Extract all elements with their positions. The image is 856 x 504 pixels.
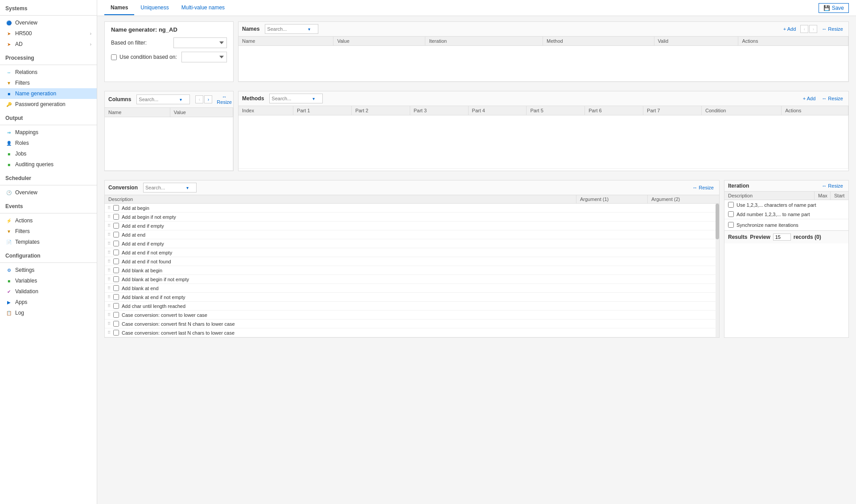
conversion-item[interactable]: ⠿ Add at begin if not empty bbox=[105, 213, 719, 221]
methods-col-part1: Part 1 bbox=[293, 106, 352, 115]
conversion-item[interactable]: ⠿ Add blank at end bbox=[105, 284, 719, 293]
tab-names[interactable]: Names bbox=[104, 1, 134, 15]
names-next-button[interactable]: › bbox=[809, 25, 817, 33]
use-condition-select[interactable] bbox=[181, 52, 227, 62]
sidebar-item-overview-systems[interactable]: 🔵 Overview bbox=[0, 17, 97, 28]
conversion-item[interactable]: ⠿ Add at begin bbox=[105, 204, 719, 213]
filter-icon: ▼ bbox=[5, 79, 12, 86]
conv-item-checkbox[interactable] bbox=[113, 267, 119, 273]
conversion-item[interactable]: ⠿ Add blank at begin if not empty bbox=[105, 275, 719, 284]
columns-resize-button[interactable]: ↔ Resize bbox=[215, 94, 234, 105]
names-search-dropdown-icon[interactable]: ▾ bbox=[308, 27, 310, 32]
names-col-name: Name bbox=[239, 37, 333, 46]
conv-item-checkbox[interactable] bbox=[113, 312, 119, 318]
use-condition-checkbox[interactable] bbox=[111, 54, 117, 60]
sidebar-item-relations[interactable]: ↔ Relations bbox=[0, 67, 97, 78]
conv-item-checkbox[interactable] bbox=[113, 241, 119, 246]
sidebar-item-actions[interactable]: ⚡ Actions bbox=[0, 215, 97, 226]
conversion-resize-button[interactable]: ↔ Resize bbox=[691, 184, 716, 191]
sidebar-item-log[interactable]: 📋 Log bbox=[0, 307, 97, 318]
columns-search-box[interactable]: ▾ bbox=[136, 94, 190, 104]
methods-search-input[interactable] bbox=[272, 96, 312, 101]
conversion-search-input[interactable] bbox=[145, 185, 185, 190]
iteration-title: Iteration bbox=[728, 183, 749, 189]
conversion-item[interactable]: ⠿ Add at end if not empty bbox=[105, 248, 719, 257]
sidebar-item-settings[interactable]: ⚙ Settings bbox=[0, 265, 97, 275]
conv-item-checkbox[interactable] bbox=[113, 276, 119, 282]
conversion-scrollbar[interactable] bbox=[716, 204, 719, 337]
conversion-item[interactable]: ⠿ Add char until length reached bbox=[105, 302, 719, 311]
conversion-item[interactable]: ⠿ Add at end if empty bbox=[105, 239, 719, 248]
iteration-item[interactable]: Add number 1,2,3,... to name part bbox=[724, 209, 848, 219]
names-resize-button[interactable]: ↔ Resize bbox=[820, 26, 845, 32]
names-search-input[interactable] bbox=[267, 26, 307, 32]
conversion-title: Conversion bbox=[108, 184, 138, 191]
conv-item-checkbox[interactable] bbox=[113, 232, 119, 238]
filter-icon-2: ▼ bbox=[5, 228, 12, 235]
names-add-button[interactable]: + Add bbox=[782, 26, 798, 32]
conversion-item[interactable]: ⠿ Add at end if empty bbox=[105, 221, 719, 230]
conversion-item[interactable]: ⠿ Add blank at begin bbox=[105, 266, 719, 275]
iter-item-checkbox[interactable] bbox=[728, 202, 734, 208]
sidebar-item-jobs[interactable]: ■ Jobs bbox=[0, 148, 97, 159]
methods-resize-button[interactable]: ↔ Resize bbox=[820, 95, 845, 102]
methods-search-box[interactable]: ▾ bbox=[269, 94, 323, 103]
conversion-item[interactable]: ⠿ Case conversion: convert to lower case bbox=[105, 311, 719, 320]
sidebar-item-validation[interactable]: ✔ Validation bbox=[0, 286, 97, 297]
sidebar-item-filters-processing[interactable]: ▼ Filters bbox=[0, 78, 97, 88]
conv-item-text: Add at end if not empty bbox=[122, 250, 172, 255]
drag-handle-icon: ⠿ bbox=[107, 295, 111, 299]
columns-prev-button[interactable]: ‹ bbox=[195, 95, 203, 103]
conv-item-checkbox[interactable] bbox=[113, 205, 119, 211]
drag-handle-icon: ⠿ bbox=[107, 259, 111, 264]
methods-col-part2: Part 2 bbox=[351, 106, 410, 115]
conv-item-checkbox[interactable] bbox=[113, 285, 119, 291]
conv-item-checkbox[interactable] bbox=[113, 330, 119, 336]
columns-search-input[interactable] bbox=[139, 97, 179, 102]
conv-item-checkbox[interactable] bbox=[113, 321, 119, 327]
sidebar-item-apps[interactable]: ▶ Apps bbox=[0, 297, 97, 307]
conv-item-checkbox[interactable] bbox=[113, 258, 119, 264]
save-button[interactable]: 💾 Save bbox=[819, 3, 849, 13]
tab-multi-value-names[interactable]: Multi-value names bbox=[175, 1, 231, 15]
conversion-item[interactable]: ⠿ Add at end bbox=[105, 230, 719, 239]
sidebar-item-templates[interactable]: 📄 Templates bbox=[0, 237, 97, 247]
iteration-item[interactable]: Use 1,2,3,... characters of name part bbox=[724, 200, 848, 209]
iter-item-checkbox[interactable] bbox=[728, 211, 734, 217]
names-table-wrap: Name Value Iteration Method Valid Action… bbox=[239, 37, 848, 82]
conversion-item[interactable]: ⠿ Case conversion: convert first N chars… bbox=[105, 320, 719, 328]
conversion-item[interactable]: ⠿ Case conversion: convert last N chars … bbox=[105, 328, 719, 337]
conversion-search-dropdown-icon[interactable]: ▾ bbox=[186, 185, 189, 190]
sidebar-item-hr500[interactable]: ➤ HR500 › bbox=[0, 28, 97, 39]
conv-item-checkbox[interactable] bbox=[113, 214, 119, 220]
names-prev-button[interactable]: ‹ bbox=[800, 25, 808, 33]
conv-item-checkbox[interactable] bbox=[113, 250, 119, 255]
sidebar-item-filters-events[interactable]: ▼ Filters bbox=[0, 226, 97, 237]
conv-item-checkbox[interactable] bbox=[113, 294, 119, 300]
tab-uniqueness[interactable]: Uniqueness bbox=[134, 1, 175, 15]
based-on-filter-select[interactable] bbox=[173, 37, 227, 48]
sidebar-item-mappings[interactable]: ⇒ Mappings bbox=[0, 127, 97, 138]
sidebar-item-variables[interactable]: ■ Variables bbox=[0, 275, 97, 286]
sidebar-item-roles[interactable]: 👤 Roles bbox=[0, 138, 97, 148]
preview-input[interactable] bbox=[773, 234, 791, 241]
names-search-box[interactable]: ▾ bbox=[265, 24, 318, 34]
methods-search-dropdown-icon[interactable]: ▾ bbox=[313, 96, 315, 101]
columns-search-dropdown-icon[interactable]: ▾ bbox=[180, 97, 182, 102]
sidebar-item-overview-scheduler[interactable]: 🕐 Overview bbox=[0, 187, 97, 198]
conv-item-checkbox[interactable] bbox=[113, 303, 119, 309]
sidebar-item-ad[interactable]: ➤ AD › bbox=[0, 39, 97, 49]
sync-checkbox[interactable] bbox=[728, 222, 734, 228]
methods-add-button[interactable]: + Add bbox=[801, 95, 817, 102]
audit-icon: ■ bbox=[5, 161, 12, 168]
conversion-item[interactable]: ⠿ Add blank at end if not empty bbox=[105, 293, 719, 302]
conversion-search-box[interactable]: ▾ bbox=[143, 183, 197, 193]
sidebar-item-name-generation[interactable]: ■ Name generation bbox=[0, 88, 97, 99]
sidebar-item-auditing-queries[interactable]: ■ Auditing queries bbox=[0, 159, 97, 170]
iteration-resize-button[interactable]: ↔ Resize bbox=[820, 183, 845, 189]
conversion-scrollbar-thumb[interactable] bbox=[716, 204, 719, 239]
conv-item-checkbox[interactable] bbox=[113, 223, 119, 229]
conversion-item[interactable]: ⠿ Add at end if not found bbox=[105, 257, 719, 266]
columns-next-button[interactable]: › bbox=[204, 95, 212, 103]
sidebar-item-password-generation[interactable]: 🔑 Password generation bbox=[0, 99, 97, 110]
